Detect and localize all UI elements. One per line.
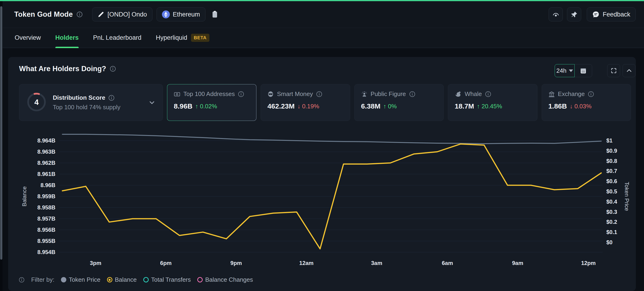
copy-address-icon[interactable] bbox=[212, 10, 218, 18]
card-title: Whale bbox=[464, 90, 482, 98]
card-value: 8.96B bbox=[174, 102, 192, 110]
legend-label: Balance Changes bbox=[205, 276, 253, 283]
info-icon[interactable] bbox=[18, 277, 25, 283]
card-delta: ↑ 0.02% bbox=[195, 103, 217, 110]
tab-label: Holders bbox=[55, 34, 79, 41]
left-axis-tick: 8.963B bbox=[32, 148, 55, 155]
tab-bar: OverviewHoldersPnL LeaderboardHyperliqui… bbox=[2, 28, 644, 48]
loading-bar bbox=[0, 0, 644, 1]
panel-title: What Are Holders Doing? bbox=[19, 65, 106, 73]
feedback-button[interactable]: Feedback bbox=[587, 7, 636, 21]
legend-filter-balance[interactable]: Balance bbox=[107, 276, 137, 283]
chevron-down-icon bbox=[569, 69, 573, 72]
filled-circle-icon bbox=[61, 277, 66, 283]
card-delta: ↑ 20.45% bbox=[477, 103, 502, 110]
left-axis-tick: 8.961B bbox=[32, 171, 55, 178]
card-distribution-score[interactable]: 4Distribution ScoreTop 100 hold 74% supp… bbox=[19, 84, 163, 121]
feedback-label: Feedback bbox=[602, 11, 630, 18]
series-token-price bbox=[62, 134, 601, 144]
card-smart-money[interactable]: Smart Money462.23M↓ 0.19% bbox=[260, 84, 350, 121]
tab-label: Overview bbox=[15, 34, 41, 41]
left-axis-tick: 8.958B bbox=[32, 204, 55, 211]
left-axis-tick: 8.954B bbox=[32, 249, 55, 256]
right-axis-tick: $0.3 bbox=[606, 209, 617, 216]
card-value-row: 462.23M↓ 0.19% bbox=[267, 102, 343, 110]
card-title: Public Figure bbox=[371, 90, 406, 98]
card-value: 18.7M bbox=[454, 102, 474, 110]
eye-icon bbox=[552, 11, 560, 18]
x-axis-tick: 6am bbox=[431, 260, 464, 267]
tab-holders[interactable]: Holders bbox=[55, 28, 79, 48]
tab-label: PnL Leaderboard bbox=[93, 34, 142, 41]
card-title-row: Public Figure bbox=[361, 90, 437, 98]
right-axis-tick: $0.7 bbox=[606, 168, 617, 175]
info-icon[interactable] bbox=[76, 11, 83, 18]
tab-overview[interactable]: Overview bbox=[15, 28, 41, 48]
chain-select-label: Ethereum bbox=[173, 11, 200, 18]
card-title-row: Top 100 Addresses bbox=[174, 90, 250, 98]
left-scrollbar-thumb[interactable] bbox=[0, 6, 2, 260]
x-axis-tick: 3am bbox=[360, 260, 393, 267]
card-title-row: Exchange bbox=[548, 90, 624, 98]
card-value: 6.38M bbox=[361, 102, 380, 110]
timeframe-dropdown[interactable]: 24h bbox=[555, 64, 575, 77]
card-whale[interactable]: Whale18.7M↑ 20.45% bbox=[448, 84, 537, 121]
right-axis-tick: $1 bbox=[606, 137, 612, 144]
card-value-row: 18.7M↑ 20.45% bbox=[454, 102, 530, 110]
tab-hyperliquid[interactable]: HyperliquidBETA bbox=[156, 28, 210, 48]
card-title-row: Distribution Score bbox=[53, 94, 142, 101]
legend-filter-balance-changes[interactable]: Balance Changes bbox=[197, 276, 253, 283]
right-axis-tick: $0.8 bbox=[606, 158, 617, 165]
page-title: Token God Mode bbox=[14, 10, 73, 18]
left-axis-title: Balance bbox=[21, 186, 28, 207]
left-scrollbar-track[interactable] bbox=[0, 1, 2, 291]
x-axis-tick: 9am bbox=[502, 260, 534, 267]
right-axis-tick: $0.2 bbox=[606, 219, 617, 226]
legend-label: Token Price bbox=[69, 276, 100, 283]
legend-filter-total-transfers[interactable]: Total Transfers bbox=[143, 276, 191, 283]
token-select-button[interactable]: [ONDO] Ondo bbox=[92, 7, 152, 21]
info-icon[interactable] bbox=[588, 91, 594, 97]
edit-pencil-icon bbox=[98, 11, 104, 18]
left-axis-tick: 8.955B bbox=[32, 238, 55, 245]
calendar-button[interactable] bbox=[574, 64, 592, 77]
pin-button[interactable] bbox=[567, 7, 581, 21]
pin-icon bbox=[571, 11, 578, 18]
info-icon[interactable] bbox=[108, 95, 115, 101]
x-axis-tick: 3pm bbox=[79, 260, 112, 267]
card-title-row: Whale bbox=[454, 90, 530, 98]
info-icon[interactable] bbox=[316, 91, 322, 97]
info-icon[interactable] bbox=[238, 91, 244, 97]
distribution-score-subtitle: Top 100 hold 74% supply bbox=[53, 104, 142, 111]
card-value-row: 8.96B↑ 0.02% bbox=[174, 102, 250, 110]
legend-filter-token-price[interactable]: Token Price bbox=[61, 276, 100, 283]
card-top-100-addresses[interactable]: Top 100 Addresses8.96B↑ 0.02% bbox=[167, 84, 256, 121]
card-delta: ↓ 0.19% bbox=[297, 103, 319, 110]
calendar-icon bbox=[580, 67, 587, 74]
card-exchange[interactable]: Exchange1.86B↓ 0.03% bbox=[542, 84, 631, 121]
timeframe-value: 24h bbox=[556, 67, 566, 74]
tab-pnl-leaderboard[interactable]: PnL Leaderboard bbox=[93, 28, 142, 48]
chevron-down-icon[interactable] bbox=[148, 99, 156, 106]
info-icon[interactable] bbox=[409, 91, 416, 97]
chevron-up-icon bbox=[626, 67, 632, 74]
holders-balance-chart[interactable] bbox=[59, 132, 602, 257]
chart-filter-legend: Filter by: Token PriceBalanceTotal Trans… bbox=[18, 276, 253, 283]
info-icon[interactable] bbox=[110, 65, 116, 72]
watch-button[interactable] bbox=[548, 7, 563, 21]
right-axis-tick: $0.4 bbox=[606, 198, 617, 205]
chain-select-button[interactable]: Ethereum bbox=[156, 7, 206, 21]
left-axis-tick: 8.964B bbox=[32, 137, 55, 144]
card-title: Distribution Score bbox=[53, 94, 105, 101]
left-axis-tick: 8.959B bbox=[32, 193, 55, 200]
right-axis-tick: $0 bbox=[606, 239, 612, 246]
right-axis-tick: $0.6 bbox=[606, 178, 617, 185]
fullscreen-button[interactable] bbox=[607, 64, 620, 77]
left-axis-tick: 8.962B bbox=[32, 159, 55, 166]
card-public-figure[interactable]: Public Figure6.38M↑ 0% bbox=[354, 84, 444, 121]
info-icon[interactable] bbox=[485, 91, 492, 97]
legend-label: Total Transfers bbox=[151, 276, 191, 283]
card-delta: ↑ 0% bbox=[383, 103, 397, 110]
collapse-button[interactable] bbox=[622, 64, 636, 77]
smart-money-icon bbox=[267, 91, 274, 97]
